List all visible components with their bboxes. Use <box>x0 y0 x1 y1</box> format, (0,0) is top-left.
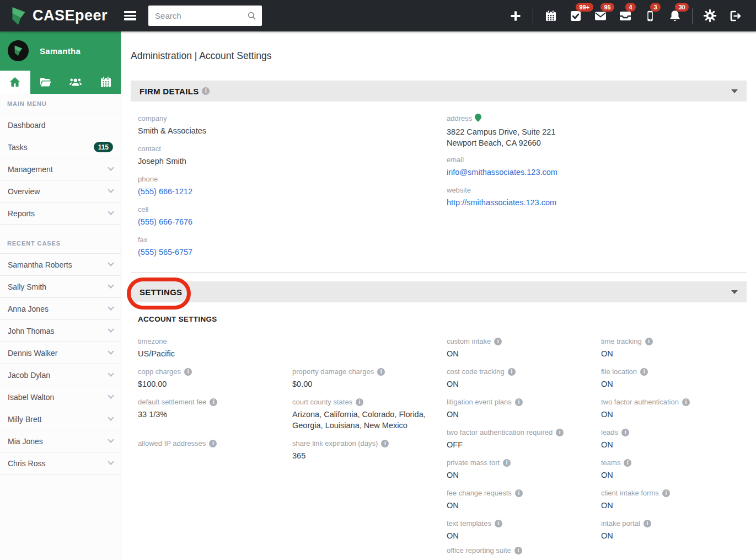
hamburger-menu-icon[interactable] <box>124 9 136 22</box>
field-value: ON <box>447 500 594 511</box>
main-content: Administration | Account Settings FIRM D… <box>122 31 756 560</box>
collapse-caret-icon[interactable] <box>731 89 738 93</box>
sidebar-item-dashboard[interactable]: Dashboard <box>0 114 121 136</box>
inbox-button[interactable]: 4 <box>618 8 632 23</box>
info-icon[interactable]: i <box>515 489 523 497</box>
case-name: Anna Jones <box>8 305 49 313</box>
field-value: ON <box>601 348 749 359</box>
field-label: cost code trackingi <box>447 367 601 376</box>
chevron-down-icon <box>108 260 114 266</box>
firm-details-title: FIRM DETAILS <box>140 87 199 96</box>
recent-case-item[interactable]: Chris Ross <box>0 452 121 474</box>
casepeer-logo[interactable]: CASEpeer <box>10 6 108 26</box>
field-label: court county statesi <box>292 397 447 407</box>
collapse-caret-icon[interactable] <box>731 290 738 294</box>
notifications-button[interactable]: 30 <box>667 8 682 23</box>
map-pin-icon[interactable] <box>475 114 481 122</box>
recent-case-item[interactable]: Mia Jones <box>0 430 121 452</box>
info-icon[interactable]: i <box>377 368 385 376</box>
search-input[interactable] <box>155 11 246 20</box>
info-icon[interactable]: i <box>645 338 653 345</box>
recent-case-item[interactable]: Milly Brett <box>0 408 121 430</box>
field-label: property damage chargesi <box>292 367 447 376</box>
info-icon[interactable]: i <box>184 368 192 376</box>
sidebar-item-management[interactable]: Management <box>0 158 121 180</box>
field-label: fee change requestsi <box>447 488 601 498</box>
recent-case-item[interactable]: Isabel Walton <box>0 386 121 408</box>
info-icon[interactable]: i <box>495 520 502 527</box>
sidebar-item-overview[interactable]: Overview <box>0 180 121 202</box>
field-value: ON <box>447 557 594 560</box>
info-icon[interactable]: i <box>644 520 651 527</box>
tab-calendar[interactable] <box>90 71 121 94</box>
field-value: 33 1/3% <box>138 409 286 420</box>
phone-link[interactable]: (555) 666-1212 <box>138 187 192 196</box>
field-label: default settlement feei <box>138 397 292 407</box>
sidebar-item-tasks[interactable]: Tasks 115 <box>0 136 121 158</box>
info-icon[interactable]: i <box>209 440 217 447</box>
mobile-button[interactable]: 3 <box>642 8 657 23</box>
field-label: phone <box>138 174 206 184</box>
info-icon[interactable]: i <box>202 87 210 95</box>
recent-case-item[interactable]: Jacob Dylan <box>0 364 121 386</box>
info-icon[interactable]: i <box>210 398 217 406</box>
info-icon[interactable]: i <box>508 368 516 376</box>
field-contact: contact Joseph Smith <box>138 144 206 174</box>
website-link[interactable]: http://smithassociates.123.com <box>447 198 556 207</box>
info-icon[interactable]: i <box>662 489 670 497</box>
field-label: fax <box>138 235 206 244</box>
recent-case-item[interactable]: Samantha Roberts <box>0 254 121 276</box>
field-value: Smith & Associates <box>138 125 206 136</box>
settings-header[interactable]: SETTINGS <box>131 281 747 302</box>
info-icon[interactable]: i <box>621 429 629 436</box>
address-line-2: Newport Beach, CA 92660 <box>447 137 557 148</box>
field-label: intake portali <box>601 519 755 528</box>
info-icon[interactable]: i <box>494 338 502 345</box>
field-label: two factor authentication requiredi <box>447 428 601 437</box>
tasks-button[interactable]: 99+ <box>568 8 583 23</box>
add-new-button[interactable] <box>508 8 523 23</box>
info-icon[interactable]: i <box>682 398 690 406</box>
info-icon[interactable]: i <box>624 459 631 467</box>
field-cost-code-tracking: cost code trackingi ON <box>447 367 601 397</box>
info-icon[interactable]: i <box>640 368 648 376</box>
search-icon[interactable] <box>246 10 257 21</box>
field-cell: cell (555) 666-7676 <box>138 205 206 235</box>
logout-button[interactable] <box>727 8 742 23</box>
settings-button[interactable] <box>703 8 717 23</box>
recent-case-item[interactable]: John Thomas <box>0 320 121 342</box>
email-link[interactable]: info@smithassociates.123.com <box>447 168 557 177</box>
cell-link[interactable]: (555) 666-7676 <box>138 217 192 226</box>
recent-case-item[interactable]: Sally Smith <box>0 276 121 298</box>
tab-home[interactable] <box>0 71 30 94</box>
info-icon[interactable]: i <box>381 440 389 447</box>
info-icon[interactable]: i <box>515 398 523 406</box>
recent-case-item[interactable]: Anna Jones <box>0 298 121 320</box>
recent-case-item[interactable]: Dennis Walker <box>0 342 121 364</box>
field-court-county-states: court county statesi Arizona, California… <box>292 397 447 439</box>
gem-logo-icon <box>10 6 28 26</box>
user-row: Samantha <box>0 31 121 61</box>
info-icon[interactable]: i <box>556 429 564 436</box>
tab-cases[interactable] <box>30 71 61 94</box>
case-name: Sally Smith <box>8 282 46 291</box>
case-name: Samantha Roberts <box>8 260 72 269</box>
info-icon[interactable]: i <box>514 547 522 554</box>
field-label: file locationi <box>601 367 755 376</box>
mail-button[interactable]: 95 <box>593 8 608 23</box>
field-two-factor-authentication-required: two factor authentication requiredi OFF <box>447 428 601 458</box>
firm-details-header[interactable]: FIRM DETAILS i <box>131 81 747 102</box>
field-label: litigation event plansi <box>447 397 601 407</box>
field-value: ON <box>447 378 594 390</box>
calendar-button[interactable] <box>543 8 558 23</box>
fax-link[interactable]: (555) 565-6757 <box>138 248 192 257</box>
account-settings-subtitle: ACCOUNT SETTINGS <box>138 315 217 323</box>
info-icon[interactable]: i <box>503 459 511 467</box>
sidebar-user-panel: Samantha <box>0 31 121 94</box>
tab-contacts[interactable] <box>61 71 91 94</box>
info-icon[interactable]: i <box>356 398 363 406</box>
field-company: company Smith & Associates <box>138 114 206 144</box>
sidebar-item-reports[interactable]: Reports <box>0 202 121 225</box>
field-label: private mass torti <box>447 458 601 467</box>
chevron-down-icon <box>108 370 114 376</box>
